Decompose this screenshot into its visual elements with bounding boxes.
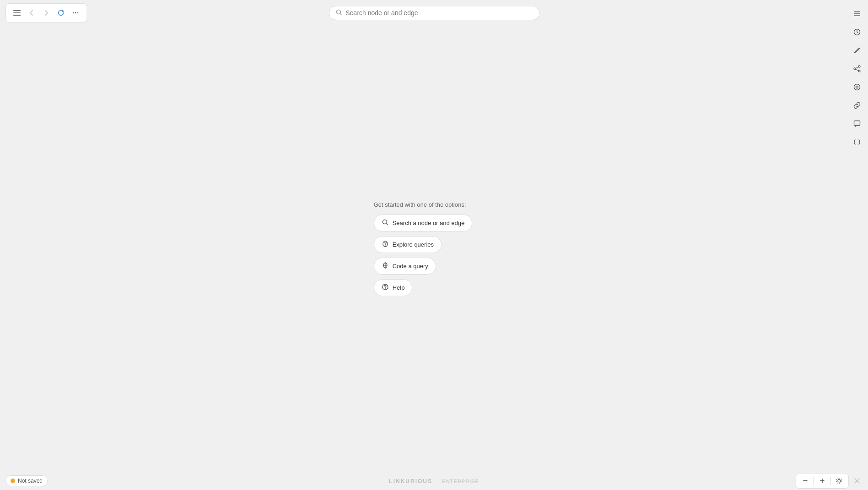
logo-subtext: ENTERPRISE bbox=[442, 479, 479, 484]
svg-point-12 bbox=[854, 68, 856, 70]
link-icon-btn[interactable] bbox=[849, 97, 865, 114]
bottom-bar: Not saved LINKURIOUS · ENTERPRISE bbox=[0, 472, 868, 490]
zoom-controls bbox=[796, 473, 849, 489]
svg-point-3 bbox=[73, 12, 74, 13]
search-node-button[interactable]: Search a node or and edge bbox=[374, 215, 473, 231]
explore-queries-icon bbox=[382, 240, 389, 249]
zoom-out-button[interactable] bbox=[800, 475, 811, 486]
search-container bbox=[329, 6, 540, 20]
refresh-button[interactable] bbox=[55, 6, 67, 19]
right-sidebar bbox=[846, 0, 868, 490]
svg-rect-2 bbox=[13, 15, 21, 16]
svg-rect-0 bbox=[13, 10, 21, 11]
forward-button[interactable] bbox=[40, 6, 53, 19]
history-icon-btn[interactable] bbox=[849, 24, 865, 40]
fit-view-button[interactable] bbox=[834, 475, 845, 486]
svg-rect-7 bbox=[854, 11, 860, 12]
edit-icon-btn[interactable] bbox=[849, 42, 865, 59]
search-node-icon bbox=[382, 219, 389, 227]
options-panel: Get started with one of the options: Sea… bbox=[374, 201, 473, 296]
search-wrapper bbox=[329, 6, 540, 20]
toolbar-left-group bbox=[5, 3, 87, 22]
explore-queries-label: Explore queries bbox=[393, 241, 434, 248]
zoom-divider bbox=[813, 477, 814, 485]
svg-point-19 bbox=[385, 288, 385, 289]
svg-rect-8 bbox=[854, 13, 860, 14]
svg-point-21 bbox=[836, 478, 842, 484]
svg-rect-9 bbox=[854, 16, 860, 17]
top-toolbar bbox=[0, 0, 868, 26]
search-input[interactable] bbox=[346, 9, 533, 17]
search-view-icon-btn[interactable] bbox=[849, 79, 865, 95]
comment-icon-btn[interactable] bbox=[849, 116, 865, 132]
svg-point-4 bbox=[75, 12, 76, 13]
code-icon-btn[interactable] bbox=[849, 134, 865, 150]
search-node-label: Search a node or and edge bbox=[393, 220, 465, 226]
search-icon bbox=[336, 9, 342, 17]
svg-point-11 bbox=[858, 66, 860, 67]
svg-point-5 bbox=[77, 12, 78, 13]
not-saved-label: Not saved bbox=[18, 478, 43, 484]
back-button[interactable] bbox=[25, 6, 38, 19]
menu-button[interactable] bbox=[11, 6, 23, 19]
svg-point-14 bbox=[854, 84, 860, 90]
svg-rect-16 bbox=[854, 121, 860, 126]
code-query-label: Code a query bbox=[393, 263, 428, 270]
explore-queries-button[interactable]: Explore queries bbox=[374, 236, 442, 253]
main-canvas: Get started with one of the options: Sea… bbox=[0, 26, 846, 472]
zoom-in-button[interactable] bbox=[817, 475, 828, 486]
code-query-button[interactable]: Code a query bbox=[374, 258, 436, 275]
extra-action-button[interactable] bbox=[852, 475, 863, 486]
share-icon-btn[interactable] bbox=[849, 61, 865, 77]
logo-text: LINKURIOUS bbox=[389, 478, 432, 484]
svg-point-15 bbox=[856, 86, 858, 88]
get-started-label: Get started with one of the options: bbox=[374, 201, 466, 208]
logo-separator: · bbox=[437, 479, 438, 484]
not-saved-icon bbox=[11, 479, 15, 483]
zoom-divider-2 bbox=[830, 477, 831, 485]
help-label: Help bbox=[393, 284, 405, 291]
svg-rect-1 bbox=[13, 12, 21, 13]
help-button[interactable]: Help bbox=[374, 279, 413, 296]
code-query-icon bbox=[382, 262, 389, 270]
not-saved-badge[interactable]: Not saved bbox=[5, 475, 48, 486]
filter-icon-btn[interactable] bbox=[849, 6, 865, 22]
svg-point-20 bbox=[838, 479, 841, 482]
help-icon bbox=[382, 283, 389, 292]
logo-area: LINKURIOUS · ENTERPRISE bbox=[389, 478, 479, 484]
more-button[interactable] bbox=[69, 6, 82, 19]
svg-point-13 bbox=[858, 70, 860, 72]
